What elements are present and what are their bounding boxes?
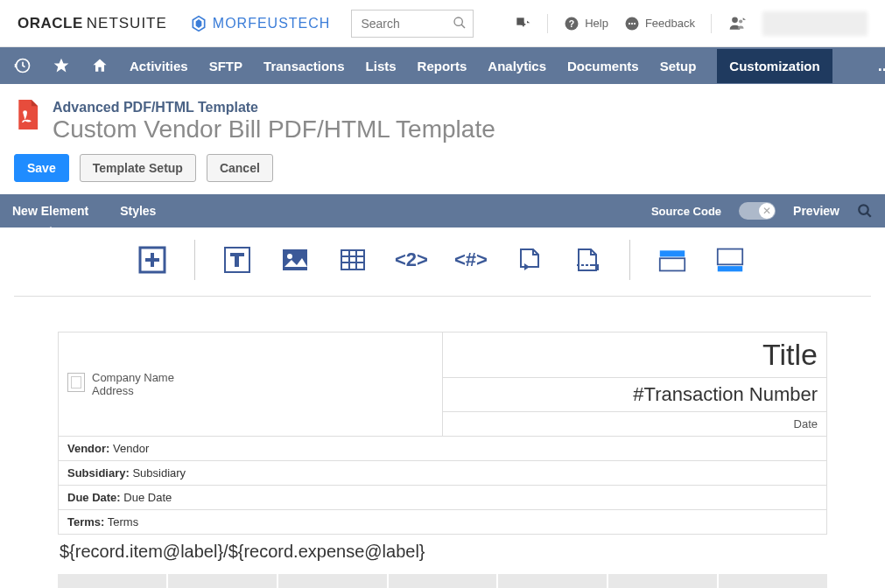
svg-marker-1	[196, 19, 202, 28]
text-block-icon[interactable]	[221, 244, 253, 276]
svg-rect-33	[660, 258, 685, 270]
vendor-label[interactable]: Vendor:	[67, 442, 109, 455]
footer-section-icon[interactable]	[714, 244, 746, 276]
breadcrumb: Advanced PDF/HTML Template	[53, 100, 495, 116]
svg-rect-35	[718, 266, 742, 271]
nav-sftp[interactable]: SFTP	[209, 49, 242, 83]
terms-label[interactable]: Terms:	[67, 515, 104, 528]
nav-customization[interactable]: Customization	[717, 49, 832, 83]
nav-setup[interactable]: Setup	[660, 49, 697, 83]
cancel-button[interactable]: Cancel	[207, 154, 273, 182]
preview-label[interactable]: Preview	[793, 204, 839, 218]
svg-line-3	[461, 24, 465, 28]
help-icon: ?	[564, 16, 579, 32]
svg-rect-34	[718, 249, 742, 265]
nav-transactions[interactable]: Transactions	[263, 49, 345, 83]
due-date-label[interactable]: Due Date:	[67, 491, 121, 504]
search-icon[interactable]	[453, 16, 467, 30]
subsidiary-label[interactable]: Subsidiary:	[67, 466, 130, 480]
table-icon[interactable]	[337, 244, 369, 276]
morfeus-icon	[190, 15, 207, 32]
oracle-logo: ORACLE	[18, 15, 83, 32]
toggle-knob: ✕	[759, 203, 775, 219]
svg-rect-26	[341, 250, 364, 270]
template-canvas: Company Name Address Title #Transaction …	[14, 332, 871, 588]
doc-date[interactable]: Date	[443, 412, 827, 437]
morfeus-label: MORFEUSTECH	[213, 16, 331, 32]
svg-rect-6	[523, 22, 524, 26]
doc-title[interactable]: Title	[443, 332, 827, 378]
vendor-value[interactable]: Vendor	[113, 442, 149, 455]
morfeus-logo: MORFEUSTECH	[190, 15, 331, 32]
netsuite-logo: NETSUITE	[87, 15, 167, 32]
template-outer-table[interactable]: Company Name Address Title #Transaction …	[58, 332, 827, 535]
star-icon[interactable]	[53, 57, 70, 74]
nav-reports[interactable]: Reports	[418, 49, 467, 83]
nav-activities[interactable]: Activities	[130, 49, 188, 83]
editor-tab-bar: New Element Styles Source Code ✕ Preview	[0, 194, 885, 228]
main-nav: Activities SFTP Transactions Lists Repor…	[0, 47, 885, 84]
toolbar-divider	[629, 240, 630, 280]
save-button[interactable]: Save	[14, 154, 69, 182]
user-name-blurred	[762, 11, 867, 36]
logo-placeholder-icon[interactable]	[67, 373, 85, 392]
svg-point-11	[631, 22, 633, 24]
template-setup-button[interactable]: Template Setup	[80, 154, 196, 182]
feedback-label: Feedback	[645, 17, 695, 30]
nav-analytics[interactable]: Analytics	[488, 49, 546, 83]
help-label: Help	[585, 17, 608, 30]
create-new-icon[interactable]	[514, 15, 531, 32]
page-head: Advanced PDF/HTML Template Custom Vendor…	[0, 84, 885, 154]
editor-toolbar: <2> <#>	[14, 228, 871, 297]
company-name[interactable]: Company Name	[92, 371, 174, 384]
tab-new-element[interactable]: New Element	[12, 195, 88, 227]
pdf-icon	[14, 100, 40, 130]
feedback-link[interactable]: Feedback	[624, 16, 695, 32]
svg-rect-32	[660, 250, 685, 256]
toolbar-divider	[194, 240, 195, 280]
svg-point-16	[859, 205, 868, 214]
svg-point-13	[732, 17, 738, 23]
header-section-icon[interactable]	[657, 244, 688, 276]
image-icon[interactable]	[279, 244, 311, 276]
user-icon[interactable]	[727, 15, 747, 32]
variable-icon[interactable]: <#>	[454, 244, 488, 276]
nav-documents[interactable]: Documents	[567, 49, 639, 83]
preview-magnify-icon[interactable]	[857, 203, 873, 219]
svg-rect-20	[145, 258, 159, 262]
feedback-icon	[624, 16, 640, 32]
home-icon[interactable]	[91, 57, 109, 74]
nav-lists[interactable]: Lists	[366, 49, 397, 83]
top-header: ORACLE NETSUITE MORFEUSTECH ? Help Feedb…	[0, 0, 885, 47]
svg-rect-24	[283, 249, 307, 270]
page-break-icon[interactable]	[514, 244, 545, 276]
svg-text:?: ?	[569, 18, 574, 28]
help-link[interactable]: ? Help	[564, 16, 608, 32]
svg-point-12	[634, 22, 636, 24]
transaction-number[interactable]: #Transaction Number	[443, 378, 827, 412]
source-code-toggle[interactable]: ✕	[739, 202, 776, 220]
company-block[interactable]: Company Name Address	[67, 371, 433, 397]
tab-styles[interactable]: Styles	[120, 195, 156, 227]
page-title: Custom Vendor Bill PDF/HTML Template	[53, 116, 495, 144]
subsidiary-value[interactable]: Subsidiary	[132, 466, 186, 480]
svg-point-10	[629, 22, 630, 24]
recent-icon[interactable]	[14, 57, 32, 74]
line-item-headers[interactable]	[58, 574, 827, 588]
search-wrap	[351, 10, 474, 38]
header-right: ? Help Feedback	[514, 11, 867, 36]
heading-icon[interactable]: <2>	[395, 244, 428, 276]
svg-point-14	[739, 19, 742, 23]
due-date-value[interactable]: Due Date	[123, 491, 172, 504]
company-address[interactable]: Address	[92, 384, 174, 397]
page-number-icon[interactable]	[572, 244, 603, 276]
nav-more[interactable]: ...	[874, 57, 885, 75]
divider	[711, 14, 712, 33]
record-labels[interactable]: ${record.item@label}/${record.expense@la…	[58, 535, 827, 569]
add-element-icon[interactable]	[137, 244, 168, 276]
terms-value[interactable]: Terms	[108, 515, 138, 528]
svg-point-25	[287, 254, 292, 259]
svg-point-2	[454, 18, 462, 25]
source-code-label: Source Code	[651, 205, 721, 218]
svg-line-17	[867, 213, 871, 217]
